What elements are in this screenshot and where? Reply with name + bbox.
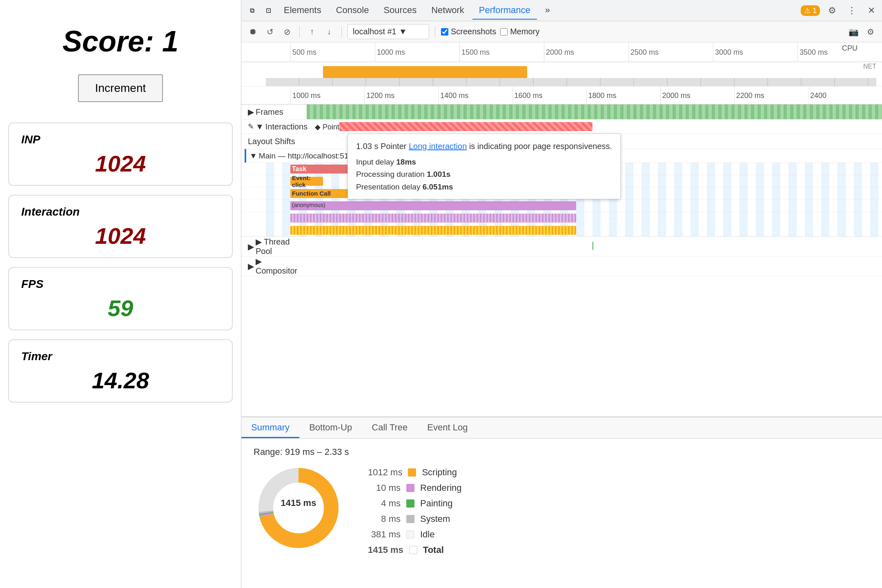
pointer-bar[interactable] <box>339 122 592 131</box>
fps-card: FPS 59 <box>8 267 233 330</box>
legend-painting: 4 ms Painting <box>368 498 464 509</box>
legend-scripting: 1012 ms Scripting <box>368 467 464 478</box>
record-icon[interactable]: ⏺ <box>246 25 259 38</box>
interactions-chevron[interactable]: ▼ <box>256 122 264 131</box>
summary-content: 1415 ms 1012 ms Scripting 10 ms <box>254 463 870 555</box>
tooltip-suffix: is indicating poor page responsiveness. <box>469 142 612 151</box>
devtools-detach-icon[interactable]: ⊡ <box>261 3 276 18</box>
long-interaction-link[interactable]: Long interaction <box>409 142 467 151</box>
main-chevron[interactable]: ▼ <box>249 151 257 160</box>
tab-summary[interactable]: Summary <box>241 418 299 438</box>
tab-bottom-up[interactable]: Bottom-Up <box>299 418 362 438</box>
url-dropdown-icon: ▼ <box>399 27 407 36</box>
more-options-icon[interactable]: ⋮ <box>844 3 859 18</box>
donut-chart: 1415 ms <box>254 463 343 553</box>
event-click-bar[interactable]: Event: click <box>290 177 323 186</box>
url-selector[interactable]: localhost #1 ▼ <box>347 24 429 39</box>
bottom-tab-bar: Summary Bottom-Up Call Tree Event Log <box>241 417 882 439</box>
ruler-marks-bottom: 1000 ms 1200 ms 1400 ms 1600 ms 1800 ms … <box>290 87 882 105</box>
function-call-label: Function Call <box>292 190 331 197</box>
close-icon[interactable]: ✕ <box>864 3 879 18</box>
screenshots-checkbox[interactable] <box>441 28 448 36</box>
processing-value: 1.001s <box>427 170 450 178</box>
rendering-name: Rendering <box>420 483 462 493</box>
timeline-section[interactable]: 500 ms 1000 ms 1500 ms 2000 ms 2500 ms 3… <box>241 42 882 416</box>
bottom-section: Summary Bottom-Up Call Tree Event Log Ra… <box>241 416 882 588</box>
idle-dot <box>406 530 414 539</box>
ruler2-1400: 1400 ms <box>438 87 512 105</box>
upload-icon[interactable]: ↑ <box>305 25 318 38</box>
painting-dot <box>406 499 414 508</box>
pointer-bar-container: ◆ Pointer 1.03 s Pointer Long interactio… <box>307 120 882 134</box>
thread-pool-label: ▶ ▶ Thread Pool <box>241 237 307 256</box>
rendering-ms: 10 ms <box>368 483 401 493</box>
cpu-label: CPU <box>842 44 858 53</box>
tab-console[interactable]: Console <box>330 2 376 20</box>
capture-screenshot-icon[interactable]: 📷 <box>847 25 860 38</box>
system-name: System <box>420 514 461 524</box>
compositor-chevron[interactable]: ▶ <box>248 261 254 271</box>
dense-pink-row <box>241 212 882 224</box>
interactions-label: ✎ ▼ Interactions <box>241 122 307 131</box>
anonymous-bar[interactable]: (anonymous) <box>290 201 576 210</box>
ruler-3500: 3500 ms <box>797 42 882 62</box>
ruler2-1600: 1600 ms <box>512 87 586 105</box>
url-text: localhost #1 <box>353 27 396 36</box>
devtools-dock-icon[interactable]: ⧉ <box>245 3 259 18</box>
anon-track: (anonymous) <box>266 200 882 212</box>
settings-icon[interactable]: ⚙ <box>825 3 840 18</box>
inp-label: INP <box>21 133 220 146</box>
tab-elements[interactable]: Elements <box>277 2 328 20</box>
frames-bar <box>307 105 882 119</box>
legend-rendering: 10 ms Rendering <box>368 483 464 493</box>
tab-more[interactable]: » <box>539 2 557 20</box>
compositor-label: ▶ ▶ Compositor <box>241 256 307 276</box>
main-label: Main — http://localhost:51... <box>259 151 355 160</box>
idle-ms: 381 ms <box>368 529 401 540</box>
tab-event-log[interactable]: Event Log <box>417 418 477 438</box>
presentation-value: 6.051ms <box>423 183 453 191</box>
svg-text:1415 ms: 1415 ms <box>281 498 316 508</box>
painting-ms: 4 ms <box>368 498 401 509</box>
thread-pool-row: ▶ ▶ Thread Pool <box>241 237 882 256</box>
stop-icon[interactable]: ⊘ <box>281 25 294 38</box>
tab-performance[interactable]: Performance <box>472 2 537 20</box>
scripting-ms: 1012 ms <box>368 467 402 478</box>
cpu-bar-area: NET <box>241 62 882 87</box>
thread-pool-chevron[interactable]: ▶ <box>248 242 254 252</box>
download-icon[interactable]: ↓ <box>323 25 336 38</box>
ruler2-2000: 2000 ms <box>660 87 734 105</box>
inp-card: INP 1024 <box>8 122 233 186</box>
reload-icon[interactable]: ↺ <box>263 25 276 38</box>
settings-gear-icon[interactable]: ⚙ <box>864 25 877 38</box>
total-ms: 1415 ms <box>368 545 403 555</box>
ruler-1500: 1500 ms <box>459 42 544 62</box>
separator-1 <box>299 26 300 38</box>
svg-point-5 <box>273 483 324 533</box>
tooltip-input-delay: Input delay 18ms <box>356 156 612 168</box>
tab-network[interactable]: Network <box>425 2 471 20</box>
increment-button[interactable]: Increment <box>78 74 163 102</box>
memory-checkbox[interactable] <box>500 28 508 36</box>
total-name: Total <box>423 545 464 555</box>
frames-row[interactable]: ▶ ▶ Frames Frames <box>241 105 882 120</box>
tab-sources[interactable]: Sources <box>377 2 423 20</box>
input-delay-value: 18ms <box>396 158 416 166</box>
range-text: Range: 919 ms – 2.33 s <box>254 447 870 457</box>
scripting-name: Scripting <box>422 467 463 478</box>
presentation-label: Presentation delay <box>356 183 420 191</box>
dense-pink-track <box>266 212 882 224</box>
tooltip-time: 1.03 s Pointer <box>356 142 406 151</box>
performance-toolbar: ⏺ ↺ ⊘ ↑ ↓ localhost #1 ▼ Screenshots Mem… <box>241 21 882 42</box>
idle-name: Idle <box>420 529 461 540</box>
dense-yellow-bar <box>290 226 576 235</box>
frames-chevron[interactable]: ▶ <box>248 107 254 117</box>
interactions-row: ✎ ▼ Interactions ◆ Pointer 1.03 s Pointe… <box>241 120 882 134</box>
memory-checkbox-label[interactable]: Memory <box>500 27 539 36</box>
screenshots-checkbox-label[interactable]: Screenshots <box>441 27 496 36</box>
interaction-value: 1024 <box>21 223 220 249</box>
ruler-3000: 3000 ms <box>713 42 797 62</box>
separator-3 <box>435 26 435 38</box>
tab-call-tree[interactable]: Call Tree <box>362 418 417 438</box>
anonymous-label: (anonymous) <box>290 202 325 208</box>
